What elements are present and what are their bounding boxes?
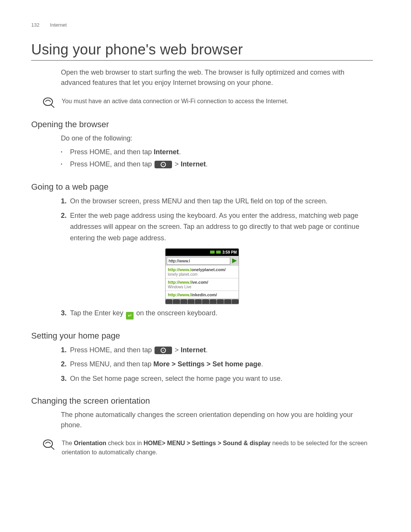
going-step-1: On the browser screen, press MENU and th… xyxy=(61,196,373,207)
phone-screenshot: 3:59 PM ▶ http://www.lonelyplanet.com/ l… xyxy=(166,249,239,304)
note-icon xyxy=(43,439,55,450)
signal-icon xyxy=(210,251,215,254)
going-steps: On the browser screen, press MENU and th… xyxy=(31,196,373,244)
note-icon xyxy=(43,97,55,108)
homepage-step-3: On the Set home page screen, select the … xyxy=(61,373,373,385)
note-block-2: The Orientation check box in HOME> MENU … xyxy=(43,439,373,457)
enter-key-icon: ↵ xyxy=(126,312,134,320)
homepage-steps: Press HOME, and then tap > Internet. Pre… xyxy=(31,345,373,385)
note-block: You must have an active data connection … xyxy=(43,97,373,108)
orientation-body: The phone automatically changes the scre… xyxy=(61,410,373,431)
going-step-3: Tap the Enter key ↵ on the onscreen keyb… xyxy=(61,308,373,320)
opening-bullet-1: Press HOME, and then tap Internet. xyxy=(61,146,373,158)
opening-bullets: Press HOME, and then tap Internet. Press… xyxy=(31,146,373,171)
phone-url-bar: ▶ xyxy=(166,256,239,266)
note-text-2: The Orientation check box in HOME> MENU … xyxy=(62,439,373,457)
page-number: 132 xyxy=(31,22,40,28)
homepage-step-2: Press MENU, and then tap More > Settings… xyxy=(61,359,373,370)
opening-lead: Do one of the following: xyxy=(61,133,373,144)
phone-suggestion-3: http://www.linkedin.com/ xyxy=(166,291,239,299)
phone-suggestion-2: http://www.live.com/ Windows Live xyxy=(166,278,239,291)
homepage-step-1: Press HOME, and then tap > Internet. xyxy=(61,345,373,356)
opening-bullet-2: Press HOME, and then tap > Internet. xyxy=(61,158,373,170)
phone-status-bar: 3:59 PM xyxy=(166,249,239,256)
manual-page: 132 Internet Using your phone's web brow… xyxy=(0,0,411,479)
apps-button-icon xyxy=(155,161,172,168)
going-step-2: Enter the web page address using the key… xyxy=(61,210,373,244)
phone-keyboard-row xyxy=(166,299,239,304)
heading-orientation: Changing the screen orientation xyxy=(31,396,373,406)
running-header: 132 Internet xyxy=(31,22,373,28)
note-text: You must have an active data connection … xyxy=(62,97,373,106)
heading-opening: Opening the browser xyxy=(31,120,373,129)
phone-suggestion-1: http://www.lonelyplanet.com/ lonely plan… xyxy=(166,266,239,278)
title-underline xyxy=(31,60,373,61)
heading-going: Going to a web page xyxy=(31,182,373,192)
intro-paragraph: Open the web browser to start surfing th… xyxy=(61,67,373,88)
phone-time: 3:59 PM xyxy=(222,250,237,254)
battery-icon xyxy=(216,251,221,254)
go-icon: ▶ xyxy=(231,258,237,264)
going-steps-cont: Tap the Enter key ↵ on the onscreen keyb… xyxy=(31,308,373,320)
heading-homepage: Setting your home page xyxy=(31,331,373,341)
phone-url-input xyxy=(167,257,230,265)
apps-button-icon xyxy=(155,347,172,354)
section-name: Internet xyxy=(50,22,67,28)
page-title: Using your phone's web browser xyxy=(31,42,373,58)
